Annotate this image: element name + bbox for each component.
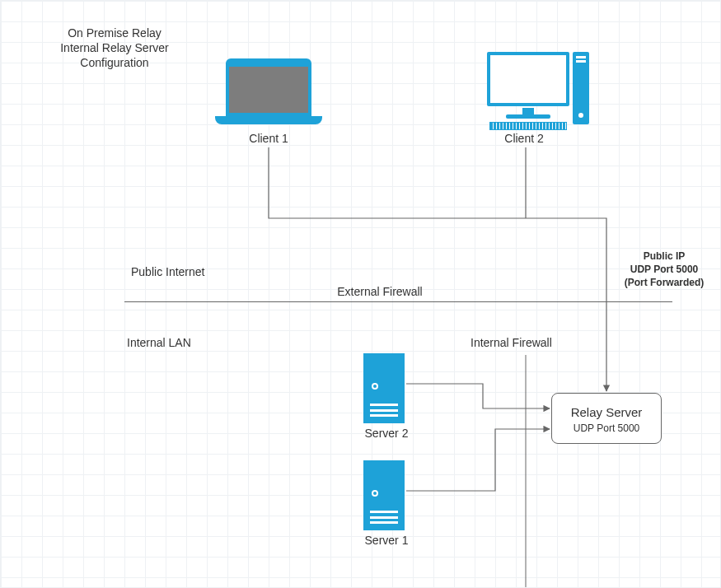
relay-server-title: Relay Server [552, 405, 661, 419]
client1-label: Client 1 [215, 131, 322, 146]
server2-label: Server 2 [345, 426, 428, 441]
client2-label: Client 2 [466, 131, 582, 146]
diagram-canvas: On Premise Relay Internal Relay Server C… [0, 0, 721, 588]
external-firewall-line [124, 301, 672, 302]
server1-label: Server 1 [345, 533, 428, 548]
desktop-icon [471, 52, 586, 130]
server-icon [363, 353, 405, 423]
diagram-title: On Premise Relay Internal Relay Server C… [40, 26, 189, 71]
relay-server-box: Relay Server UDP Port 5000 [551, 393, 662, 444]
public-internet-label: Public Internet [131, 264, 205, 279]
relay-server-subtitle: UDP Port 5000 [552, 422, 661, 434]
external-firewall-label: External Firewall [289, 284, 471, 299]
internal-firewall-label: Internal Firewall [471, 335, 552, 350]
laptop-icon [215, 58, 322, 124]
public-ip-note: Public IP UDP Port 5000 (Port Forwarded) [611, 250, 718, 290]
server-icon [363, 460, 405, 530]
internal-lan-label: Internal LAN [127, 335, 191, 350]
